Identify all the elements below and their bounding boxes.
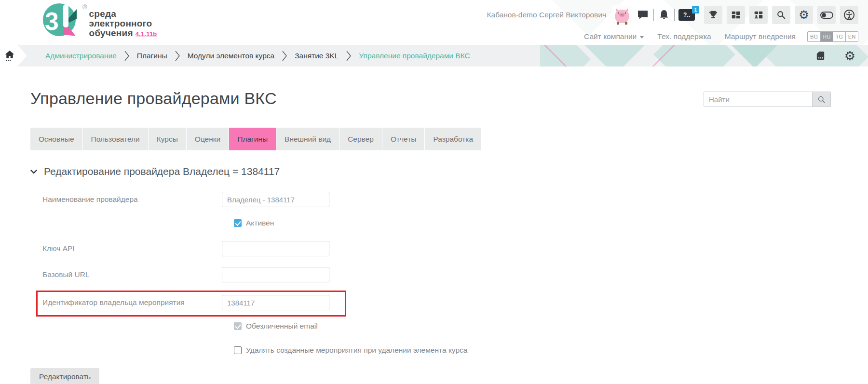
anonymous-email-checkbox (234, 322, 242, 330)
search-input[interactable] (704, 92, 813, 107)
field-label: Идентификатор владельца мероприятия (30, 298, 222, 307)
tab-users[interactable]: Пользователи (83, 128, 148, 150)
form-row-api-key: Ключ API (30, 241, 868, 256)
section-title: Редактирование провайдера Владелец = 138… (44, 166, 280, 177)
badge-count: 1 (692, 6, 699, 13)
delete-events-checkbox[interactable] (234, 346, 242, 354)
section-collapse-toggle[interactable]: Редактирование провайдера Владелец = 138… (30, 166, 868, 177)
provider-form: Наименование провайдера Активен Ключ API… (30, 192, 868, 384)
chevron-right-icon (346, 50, 351, 62)
pig-avatar-image (612, 5, 632, 25)
form-row-provider-name: Наименование провайдера (30, 192, 868, 207)
breadcrumb: Администрирование Плагины Модули элемент… (0, 45, 868, 66)
quiz-status-badge[interactable]: ?.. 1 (678, 9, 695, 21)
svg-text:3: 3 (45, 7, 59, 35)
base-url-input[interactable] (222, 267, 329, 282)
admin-tabs: Основные Пользователи Курсы Оценки Плаги… (30, 128, 868, 150)
chevron-down-icon (30, 170, 37, 174)
version-link[interactable]: 4.1.11b (136, 30, 157, 38)
tab-general[interactable]: Основные (30, 128, 82, 150)
lang-en[interactable]: EN (845, 32, 858, 41)
tab-courses[interactable]: Курсы (149, 128, 186, 150)
language-switcher: BG RU TG EN (807, 31, 858, 42)
field-label: Наименование провайдера (30, 195, 222, 204)
owner-id-input[interactable] (222, 295, 329, 310)
page-settings-gear-icon[interactable]: ⚙ (844, 50, 855, 62)
main-content: Управление провайдерами ВКС Основные Пол… (0, 89, 868, 384)
user-menu[interactable]: Кабанов-demo Сергей Викторович (487, 11, 607, 19)
dashboard-grid-icon[interactable] (727, 6, 745, 24)
active-checkbox[interactable] (234, 219, 242, 227)
theme-toggle-icon[interactable] (817, 6, 836, 24)
form-row-base-url: Базовый URL (30, 267, 868, 282)
breadcrumb-item-administration[interactable]: Администрирование (45, 52, 117, 60)
provider-name-input[interactable] (222, 192, 329, 207)
trophy-icon[interactable] (704, 6, 722, 24)
api-key-input[interactable] (222, 241, 329, 256)
home-icon[interactable] (0, 45, 27, 66)
form-row-owner-id: Идентификатор владельца мероприятия (30, 295, 868, 310)
search-icon[interactable] (772, 6, 790, 24)
registered-mark: ® (82, 3, 87, 11)
admin-search (704, 92, 831, 107)
form-row-anonymous-email: Обезличенный email (234, 322, 868, 331)
lang-tg[interactable]: TG (833, 32, 845, 41)
chevron-right-icon (282, 50, 287, 62)
chevron-down-icon (640, 36, 644, 39)
profile-grid-icon[interactable] (749, 6, 768, 24)
divider (653, 9, 654, 21)
tab-development[interactable]: Разработка (425, 128, 481, 150)
header-right: Кабанов-demo Сергей Викторович (487, 5, 859, 42)
tab-plugins[interactable]: Плагины (229, 128, 276, 150)
logo[interactable]: 3 ® среда электронного обучения4.1.11b (41, 2, 157, 43)
page-title: Управление провайдерами ВКС (30, 89, 277, 108)
edit-submit-button[interactable]: Редактировать (30, 368, 99, 384)
save-card-icon[interactable] (815, 50, 826, 61)
company-site-link[interactable]: Сайт компании (584, 32, 644, 41)
breadcrumb-item-course-modules[interactable]: Модули элементов курса (188, 52, 275, 60)
field-label: Базовый URL (30, 270, 222, 279)
gear-icon[interactable]: ⚙ (795, 6, 813, 24)
search-icon (817, 95, 826, 104)
lang-ru[interactable]: RU (820, 32, 833, 41)
avatar[interactable] (612, 5, 632, 25)
site-header: 3 ® среда электронного обучения4.1.11b К… (0, 0, 868, 45)
field-label: Ключ API (30, 244, 222, 253)
breadcrumb-item-plugins[interactable]: Плагины (137, 52, 167, 60)
lang-bg[interactable]: BG (808, 32, 820, 41)
breadcrumb-item-vks-providers[interactable]: Управление провайдерами ВКС (359, 52, 470, 60)
tab-server[interactable]: Сервер (339, 128, 382, 150)
messages-icon[interactable] (637, 9, 649, 21)
logo-tagline: среда электронного обучения4.1.11b (89, 9, 157, 39)
tab-appearance[interactable]: Внешний вид (276, 128, 339, 150)
tab-grades[interactable]: Оценки (187, 128, 229, 150)
breadcrumb-item-lesson-3kl[interactable]: Занятие 3KL (295, 52, 339, 60)
form-row-delete-events: Удалять созданные мероприятия при удален… (234, 346, 868, 355)
tech-support-link[interactable]: Тех. поддержка (657, 32, 711, 41)
tab-reports[interactable]: Отчеты (382, 128, 425, 150)
accessibility-icon[interactable] (840, 6, 858, 24)
chevron-right-icon (175, 50, 180, 62)
form-row-active: Активен (234, 219, 868, 227)
notifications-icon[interactable] (659, 9, 669, 21)
chevron-right-icon (124, 50, 129, 62)
divider (674, 9, 675, 21)
logo-3k-icon: 3 (41, 2, 81, 43)
search-submit-button[interactable] (813, 92, 831, 107)
implementation-route-link[interactable]: Маршрут внедрения (725, 32, 796, 41)
